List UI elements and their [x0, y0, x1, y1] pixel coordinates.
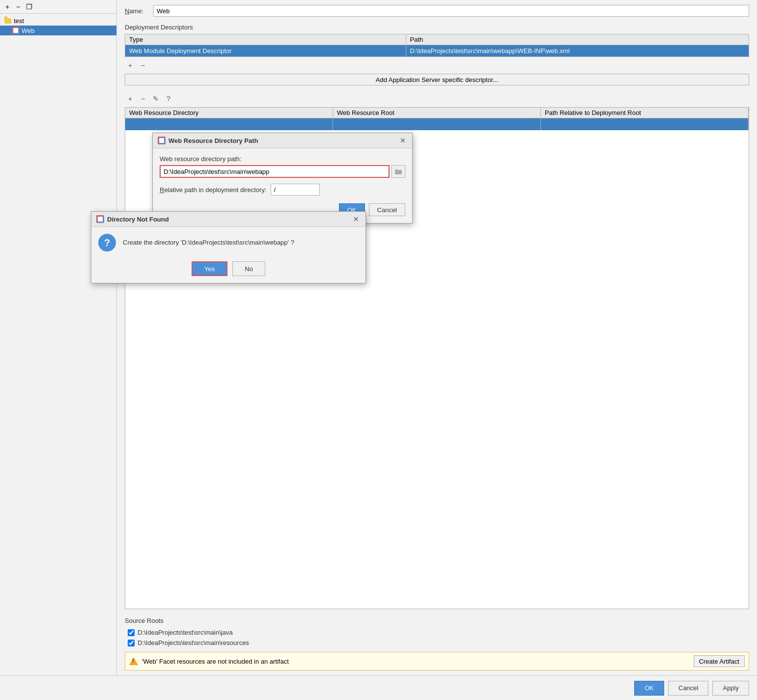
svg-rect-2	[395, 169, 397, 170]
source-root-checkbox-resources[interactable]	[128, 640, 135, 646]
source-root-item-java: D:\IdeaProjects\test\src\main\java	[125, 627, 749, 638]
sidebar-tree: test Web	[0, 14, 116, 700]
source-roots-title: Source Roots	[125, 617, 749, 624]
dnf-title-bar: Directory Not Found ✕	[91, 212, 365, 227]
main-content: Name: Deployment Descriptors Type Path W…	[117, 0, 757, 700]
deployment-descriptors-table: Type Path Web Module Deployment Descript…	[125, 34, 749, 56]
web-resources-toolbar: + − ✎ ?	[125, 93, 749, 104]
wr-remove-button[interactable]: −	[138, 93, 148, 104]
web-facet-icon	[12, 27, 20, 34]
wrdp-title-text: Web Resource Directory Path	[168, 137, 395, 144]
wrdp-close-button[interactable]: ✕	[398, 136, 407, 145]
dialog-web-resource-directory-path: Web Resource Directory Path ✕ Web resour…	[152, 133, 413, 224]
sidebar-copy-button[interactable]: ❐	[25, 2, 33, 11]
dnf-title-text: Directory Not Found	[107, 216, 349, 223]
folder-browse-icon	[395, 168, 402, 174]
table-row[interactable]: Web Module Deployment Descriptor D:\Idea…	[125, 45, 749, 57]
dnf-body: ? Create the directory 'D:\IdeaProjects\…	[91, 227, 365, 283]
source-roots-section: Source Roots D:\IdeaProjects\test\src\ma…	[125, 617, 749, 648]
name-label: Name:	[125, 7, 149, 15]
main-window: + − ❐ test Web Name:	[0, 0, 757, 700]
table-row[interactable]	[125, 118, 749, 130]
wrdp-field-label: Web resource directory path:	[160, 155, 405, 163]
deployment-descriptors-title: Deployment Descriptors	[125, 24, 749, 31]
dnf-close-button[interactable]: ✕	[352, 215, 361, 224]
sidebar-add-button[interactable]: +	[3, 2, 12, 11]
wrdp-relative-path-row: Relative path in deployment directory:	[160, 184, 405, 196]
wr-col-path-type: Path Relative to Deployment Root	[541, 108, 749, 118]
add-application-descriptor-button[interactable]: Add Application Server specific descript…	[125, 74, 749, 85]
dd-col-path: Path	[406, 34, 749, 45]
wrdp-relative-label: Relative path in deployment directory:	[160, 186, 267, 194]
wrdp-field-input-row	[160, 165, 405, 178]
dnf-buttons: Yes No	[98, 261, 359, 276]
folder-icon	[4, 17, 12, 25]
wr-row-path	[541, 118, 749, 130]
dd-toolbar: + −	[125, 60, 749, 71]
source-root-checkbox-java[interactable]	[128, 629, 135, 636]
name-row: Name:	[125, 5, 749, 17]
warning-bar: 'Web' Facet resources are not included i…	[125, 652, 749, 671]
wr-row-root	[333, 118, 541, 130]
bottom-bar: OK Cancel Apply	[0, 675, 757, 700]
wr-col-root: Web Resource Root	[333, 108, 541, 118]
wrdp-browse-button[interactable]	[392, 165, 405, 178]
wr-add-button[interactable]: +	[125, 93, 136, 104]
dnf-message: Create the directory 'D:\IdeaProjects\te…	[123, 238, 294, 247]
wrdp-cancel-button[interactable]: Cancel	[369, 203, 405, 216]
wr-col-dir: Web Resource Directory	[125, 108, 333, 118]
wr-edit-button[interactable]: ✎	[150, 93, 161, 104]
wrdp-title-bar: Web Resource Directory Path ✕	[153, 133, 412, 148]
dnf-yes-button[interactable]: Yes	[192, 261, 227, 276]
sidebar-remove-button[interactable]: −	[14, 2, 23, 11]
source-root-item-resources: D:\IdeaProjects\test\src\main\resources	[125, 638, 749, 648]
cancel-button[interactable]: Cancel	[668, 681, 708, 696]
create-artifact-button[interactable]: Create Artifact	[694, 655, 745, 667]
wrdp-relative-input[interactable]	[271, 184, 320, 196]
sidebar-item-web[interactable]: Web	[0, 26, 116, 35]
apply-button[interactable]: Apply	[712, 681, 749, 696]
dnf-no-button[interactable]: No	[232, 261, 265, 276]
dd-row-type: Web Module Deployment Descriptor	[125, 45, 406, 57]
wr-row-dir	[125, 118, 333, 130]
wrdp-title-icon	[158, 137, 166, 144]
sidebar-toolbar: + − ❐	[0, 0, 116, 14]
dialog-directory-not-found: Directory Not Found ✕ ? Create the direc…	[91, 211, 366, 283]
dd-add-button[interactable]: +	[125, 60, 136, 71]
sidebar-item-test-label: test	[14, 17, 24, 25]
sidebar: + − ❐ test Web	[0, 0, 117, 700]
warning-icon	[129, 657, 138, 665]
dd-row-path: D:\IdeaProjects\test\src\main\webapp\WEB…	[406, 45, 749, 57]
dnf-title-icon	[96, 215, 104, 223]
dd-remove-button[interactable]: −	[138, 60, 148, 71]
dnf-content-row: ? Create the directory 'D:\IdeaProjects\…	[98, 234, 359, 252]
deployment-descriptors-table-wrapper: Type Path Web Module Deployment Descript…	[125, 34, 749, 57]
warning-text: 'Web' Facet resources are not included i…	[142, 658, 289, 665]
sidebar-item-web-label: Web	[22, 27, 35, 34]
question-icon: ?	[98, 234, 116, 252]
name-input[interactable]	[153, 5, 749, 17]
source-root-label-resources: D:\IdeaProjects\test\src\main\resources	[138, 639, 249, 646]
wr-help-button[interactable]: ?	[163, 93, 174, 104]
source-root-label-java: D:\IdeaProjects\test\src\main\java	[138, 629, 233, 636]
web-resources-header: Web Resource Directory Web Resource Root…	[125, 108, 749, 118]
ok-button[interactable]: OK	[634, 681, 664, 696]
wrdp-field-input[interactable]	[160, 165, 390, 178]
dd-col-type: Type	[125, 34, 406, 45]
sidebar-item-test[interactable]: test	[0, 16, 116, 26]
